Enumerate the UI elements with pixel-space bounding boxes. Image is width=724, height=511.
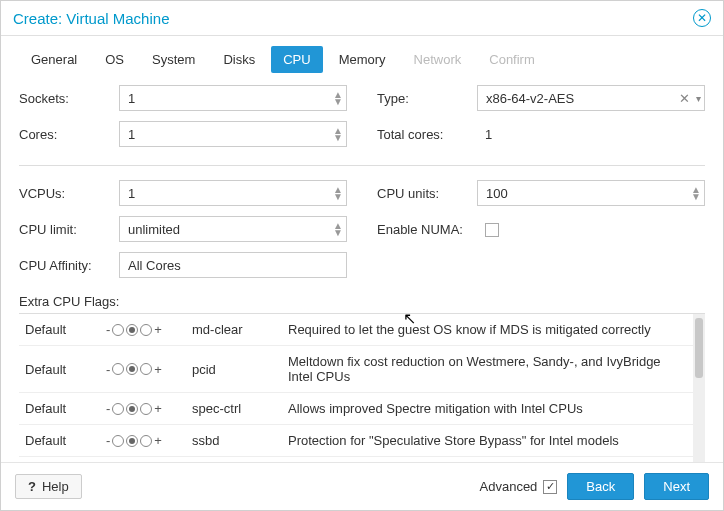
- enablenuma-checkbox[interactable]: [485, 223, 499, 237]
- flag-row: Default - + md-clear Required to let the…: [19, 314, 693, 346]
- advanced-toggle[interactable]: Advanced ✓: [480, 479, 558, 494]
- extra-flags-title: Extra CPU Flags:: [19, 294, 705, 309]
- cores-label: Cores:: [19, 127, 119, 142]
- dialog-footer: ? Help Advanced ✓ Back Next: [1, 462, 723, 510]
- flag-row: Default - + pcid Meltdown fix cost reduc…: [19, 346, 693, 393]
- flag-default: Default: [25, 362, 100, 377]
- flag-default: Default: [25, 401, 100, 416]
- scrollbar-thumb[interactable]: [695, 318, 703, 378]
- cpu-form: Sockets: ▲▼ Type: ✕ ▾ Cores: ▲▼ Total co…: [19, 85, 705, 278]
- totalcores-label: Total cores:: [377, 127, 477, 142]
- cpulimit-field[interactable]: ▲▼: [119, 216, 347, 242]
- flag-default: Default: [25, 322, 100, 337]
- totalcores-value: 1: [477, 127, 705, 142]
- help-button[interactable]: ? Help: [15, 474, 82, 499]
- flag-name: md-clear: [192, 322, 282, 337]
- vm-create-dialog: Create: Virtual Machine ✕ General OS Sys…: [0, 0, 724, 511]
- cpuunits-input[interactable]: [477, 180, 705, 206]
- flag-toggle[interactable]: - +: [106, 322, 186, 337]
- cpulimit-input[interactable]: [119, 216, 347, 242]
- help-label: Help: [42, 479, 69, 494]
- tab-confirm: Confirm: [477, 46, 547, 73]
- sockets-label: Sockets:: [19, 91, 119, 106]
- dialog-title: Create: Virtual Machine: [13, 10, 169, 27]
- vcpus-field[interactable]: ▲▼: [119, 180, 347, 206]
- flag-row: Default - + ibpb Allows improved Spectre…: [19, 457, 693, 462]
- flag-row: Default - + ssbd Protection for "Specula…: [19, 425, 693, 457]
- tab-disks[interactable]: Disks: [211, 46, 267, 73]
- close-icon[interactable]: ✕: [693, 9, 711, 27]
- flag-name: pcid: [192, 362, 282, 377]
- flag-toggle[interactable]: - +: [106, 362, 186, 377]
- flag-row: Default - + spec-ctrl Allows improved Sp…: [19, 393, 693, 425]
- type-input[interactable]: [477, 85, 705, 111]
- flag-toggle[interactable]: - +: [106, 401, 186, 416]
- tab-memory[interactable]: Memory: [327, 46, 398, 73]
- next-button[interactable]: Next: [644, 473, 709, 500]
- cpuunits-field[interactable]: ▲▼: [477, 180, 705, 206]
- flag-toggle[interactable]: - +: [106, 433, 186, 448]
- enablenuma-label: Enable NUMA:: [377, 222, 477, 237]
- divider: [19, 165, 705, 166]
- flag-name: ssbd: [192, 433, 282, 448]
- cpuaffinity-field[interactable]: [119, 252, 347, 278]
- cpuaffinity-label: CPU Affinity:: [19, 258, 119, 273]
- titlebar: Create: Virtual Machine ✕: [1, 1, 723, 36]
- tab-system[interactable]: System: [140, 46, 207, 73]
- tab-strip: General OS System Disks CPU Memory Netwo…: [1, 36, 723, 81]
- cores-input[interactable]: [119, 121, 347, 147]
- type-field[interactable]: ✕ ▾: [477, 85, 705, 111]
- vcpus-input[interactable]: [119, 180, 347, 206]
- cpulimit-label: CPU limit:: [19, 222, 119, 237]
- tab-cpu[interactable]: CPU: [271, 46, 322, 73]
- cpuaffinity-input[interactable]: [119, 252, 347, 278]
- clear-icon[interactable]: ✕: [679, 91, 690, 106]
- flag-desc: Meltdown fix cost reduction on Westmere,…: [288, 354, 687, 384]
- chevron-down-icon[interactable]: ▾: [696, 93, 701, 104]
- cores-field[interactable]: ▲▼: [119, 121, 347, 147]
- advanced-checkbox[interactable]: ✓: [543, 480, 557, 494]
- dialog-body: Sockets: ▲▼ Type: ✕ ▾ Cores: ▲▼ Total co…: [1, 81, 723, 462]
- flag-name: spec-ctrl: [192, 401, 282, 416]
- flag-default: Default: [25, 433, 100, 448]
- sockets-field[interactable]: ▲▼: [119, 85, 347, 111]
- advanced-label: Advanced: [480, 479, 538, 494]
- back-button[interactable]: Back: [567, 473, 634, 500]
- flag-desc: Allows improved Spectre mitigation with …: [288, 401, 687, 416]
- vcpus-label: VCPUs:: [19, 186, 119, 201]
- tab-general[interactable]: General: [19, 46, 89, 73]
- tab-os[interactable]: OS: [93, 46, 136, 73]
- flags-scrollbar[interactable]: [693, 314, 705, 462]
- sockets-input[interactable]: [119, 85, 347, 111]
- cpuunits-label: CPU units:: [377, 186, 477, 201]
- flags-table: Default - + md-clear Required to let the…: [19, 314, 693, 462]
- help-icon: ?: [28, 479, 36, 494]
- flag-desc: Required to let the guest OS know if MDS…: [288, 322, 687, 337]
- tab-network: Network: [402, 46, 474, 73]
- flags-container: Default - + md-clear Required to let the…: [19, 313, 705, 462]
- type-label: Type:: [377, 91, 477, 106]
- flag-desc: Protection for "Speculative Store Bypass…: [288, 433, 687, 448]
